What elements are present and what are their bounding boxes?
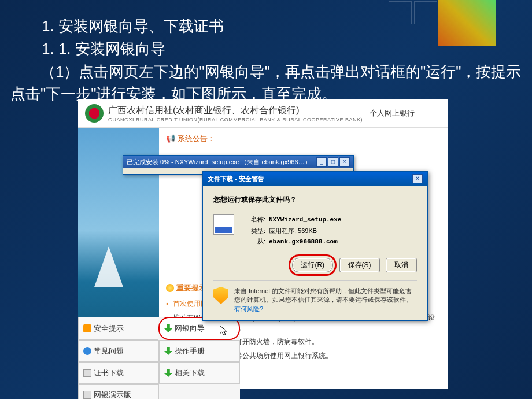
file-icon — [213, 214, 234, 235]
doc-icon — [83, 391, 91, 399]
nav-demo[interactable]: 网银演示版 — [78, 384, 159, 399]
risk-link[interactable]: 有何风险? — [234, 305, 263, 312]
bulb-icon — [166, 284, 174, 292]
lock-icon — [83, 324, 91, 332]
maximize-button[interactable]: □ — [328, 157, 338, 167]
file-info: 名称:NXYWizard_setup.exe 类型:应用程序, 569KB 从:… — [213, 214, 417, 247]
instruction-text: （1）点击网页左下边的"网银向导"，再点击弹出对话框的"运行"，按提示点击"下一… — [10, 61, 522, 105]
nav-faq[interactable]: 常见问题 — [78, 340, 159, 362]
file-name: NXYWizard_setup.exe — [269, 216, 341, 223]
run-button[interactable]: 运行(R) — [292, 258, 333, 272]
nav-manual[interactable]: 操作手册 — [159, 340, 240, 362]
download-title: 文件下载 - 安全警告 — [208, 175, 264, 183]
nav-downloads[interactable]: 相关下载 — [159, 362, 240, 384]
installer-title: 已完成安装 0% - NXYWizard_setup.exe （来自 ebank… — [127, 158, 311, 167]
cancel-button[interactable]: 取消 — [386, 258, 417, 272]
file-source: ebank.gx966888.com — [269, 238, 338, 245]
nav-panel: 安全提示 网银向导 常见问题 操作手册 证书下载 相关下载 网银演示版 — [78, 317, 240, 399]
save-button[interactable]: 保存(S) — [339, 258, 380, 272]
download-icon — [164, 347, 172, 355]
doc-icon — [83, 369, 91, 377]
download-titlebar: 文件下载 - 安全警告 × — [203, 172, 427, 186]
bank-header: 广西农村信用社(农村商业银行、农村合作银行) GUANGXI RURAL CRE… — [78, 99, 448, 128]
close-button[interactable]: × — [339, 157, 350, 167]
close-button[interactable]: × — [412, 174, 423, 183]
download-icon — [164, 369, 172, 377]
minimize-button[interactable]: _ — [316, 157, 327, 167]
system-announce-label: 📢 系统公告： — [166, 134, 441, 144]
decorative-header — [387, 0, 532, 58]
shield-icon — [213, 287, 228, 304]
security-warning: 来自 Internet 的文件可能对您有所帮助，但此文件类型可能危害您的计算机。… — [213, 280, 417, 313]
file-type: 应用程序, 569KB — [269, 227, 317, 234]
nav-security[interactable]: 安全提示 — [78, 317, 158, 340]
cursor-icon — [220, 326, 229, 337]
download-question: 您想运行或保存此文件吗？ — [213, 195, 417, 205]
bank-logo-icon — [85, 104, 104, 123]
nav-cert[interactable]: 证书下载 — [78, 362, 159, 384]
download-icon — [164, 324, 172, 332]
installer-titlebar: 已完成安装 0% - NXYWizard_setup.exe （来自 ebank… — [123, 156, 353, 168]
download-dialog: 文件下载 - 安全警告 × 您想运行或保存此文件吗？ 名称:NXYWizard_… — [202, 171, 428, 321]
bank-name-en: GUANGXI RURAL CREDIT UNION(RURAL COMMERC… — [108, 117, 363, 123]
bank-subtitle: 个人网上银行 — [370, 108, 415, 119]
bank-name-cn: 广西农村信用社(农村商业银行、农村合作银行) — [108, 105, 363, 117]
help-icon — [83, 347, 91, 355]
